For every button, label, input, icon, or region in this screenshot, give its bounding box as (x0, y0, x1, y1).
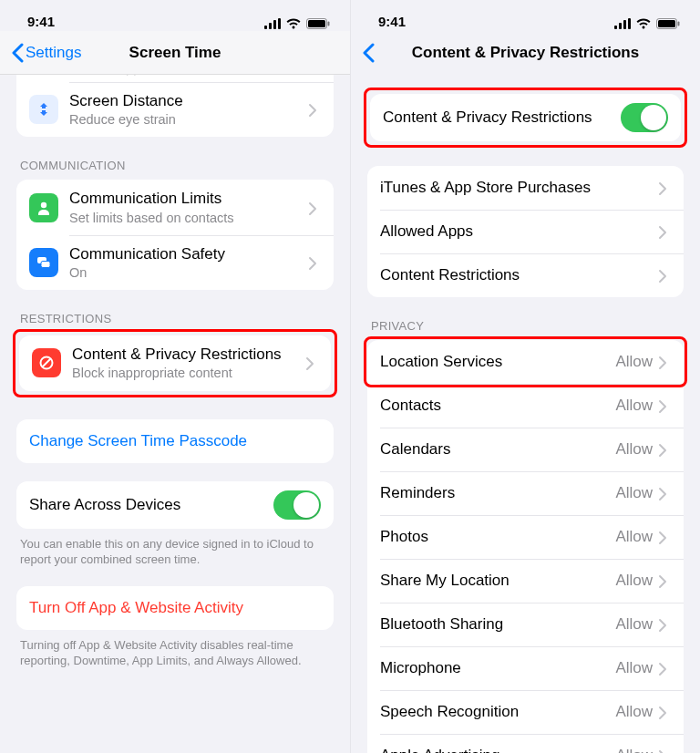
svg-rect-1 (269, 23, 272, 29)
chevron-right-icon (658, 487, 671, 500)
row-communication-limits[interactable]: Communication Limits Set limits based on… (16, 180, 334, 234)
svg-rect-5 (308, 20, 325, 27)
row-title: Speech Recognition (380, 702, 615, 721)
chevron-right-icon (658, 662, 671, 675)
section-header-privacy: PRIVACY (367, 319, 684, 340)
row-privacy-microphone[interactable]: MicrophoneAllow (367, 646, 684, 690)
chevron-right-icon (308, 103, 321, 116)
row-title: Reminders (380, 483, 615, 502)
row-privacy-photos[interactable]: PhotosAllow (367, 515, 684, 559)
row-privacy-apple-advertising[interactable]: Apple AdvertisingAllow (367, 734, 684, 753)
row-title: Microphone (380, 658, 615, 677)
chevron-right-icon (658, 356, 671, 368)
row-screen-distance[interactable]: Screen Distance Reduce eye strain (16, 82, 334, 137)
screen-distance-icon (29, 95, 58, 124)
row-sub: Block inappropriate content (72, 365, 305, 381)
no-entry-icon (32, 348, 61, 377)
status-clock: 9:41 (27, 14, 55, 29)
row-title: Calendars (380, 439, 615, 459)
row-value: Allow (615, 353, 653, 371)
group-distance: Choose apps to allow at all times Screen… (16, 75, 334, 137)
row-change-passcode[interactable]: Change Screen Time Passcode (16, 419, 334, 463)
svg-rect-14 (623, 20, 626, 29)
chevron-right-icon (658, 618, 671, 631)
row-cpr-toggle[interactable]: Content & Privacy Restrictions (370, 94, 681, 141)
screen-time-content: Choose apps to allow at all times Screen… (0, 75, 350, 753)
row-itunes-purchases[interactable]: iTunes & App Store Purchases (367, 166, 684, 210)
chevron-right-icon (658, 399, 671, 412)
svg-rect-12 (614, 26, 617, 29)
row-title: Contacts (380, 396, 615, 415)
row-title: Content & Privacy Restrictions (383, 108, 621, 127)
row-share-across-devices[interactable]: Share Across Devices (16, 481, 334, 529)
row-allowed-apps[interactable]: Allowed Apps (367, 210, 684, 253)
row-value: Allow (615, 659, 653, 677)
status-indicators (264, 18, 330, 29)
highlight-box-cpr: Content & Privacy Restrictions Block ina… (13, 329, 337, 397)
group-communication: COMMUNICATION Communication Limits Set l… (16, 159, 334, 290)
svg-rect-0 (264, 26, 267, 29)
row-value: Allow (615, 484, 653, 502)
battery-icon (656, 18, 680, 29)
row-title: Content & Privacy Restrictions (72, 345, 305, 364)
row-title: Content Restrictions (380, 265, 658, 284)
chevron-right-icon (658, 225, 671, 238)
row-sub: Reduce eye strain (69, 111, 308, 128)
row-content-privacy-restrictions[interactable]: Content & Privacy Restrictions Block ina… (19, 335, 331, 390)
battery-icon (306, 18, 330, 29)
row-privacy-bluetooth-sharing[interactable]: Bluetooth SharingAllow (367, 603, 684, 646)
chevron-right-icon (308, 256, 321, 269)
status-indicators (614, 18, 680, 29)
row-privacy-reminders[interactable]: RemindersAllow (367, 471, 684, 515)
row-privacy-speech-recognition[interactable]: Speech RecognitionAllow (367, 690, 684, 734)
row-sub: Set limits based on contacts (69, 210, 308, 226)
row-title: Screen Distance (69, 91, 308, 110)
row-value: Allow (615, 397, 653, 415)
cpr-toggle[interactable] (621, 103, 668, 132)
svg-rect-2 (273, 20, 276, 29)
cpr-screen: 9:41 Content & Privacy Restrictions (350, 0, 700, 753)
chevron-right-icon (308, 201, 321, 214)
svg-rect-3 (278, 18, 281, 29)
status-bar: 9:41 (0, 0, 350, 31)
section-header-communication: COMMUNICATION (16, 159, 334, 180)
row-value: Allow (615, 615, 653, 634)
row-title: Bluetooth Sharing (380, 614, 615, 634)
row-privacy-contacts[interactable]: ContactsAllow (367, 384, 684, 428)
row-title: Change Screen Time Passcode (29, 431, 321, 450)
svg-rect-18 (678, 22, 680, 26)
cpr-content: Content & Privacy Restrictions iTunes & … (351, 75, 700, 753)
row-turn-off-activity[interactable]: Turn Off App & Website Activity (16, 586, 334, 630)
group-store-apps: iTunes & App Store Purchases Allowed App… (367, 166, 684, 297)
row-privacy-calendars[interactable]: CalendarsAllow (367, 428, 684, 471)
svg-line-11 (43, 359, 51, 367)
row-cutoff-sub: Choose apps to allow at all times (69, 75, 321, 77)
chevron-right-icon (658, 706, 671, 718)
nav-bar: Content & Privacy Restrictions (351, 31, 700, 75)
cellular-icon (264, 18, 281, 29)
row-value: Allow (615, 572, 653, 590)
row-title: Share My Location (380, 571, 615, 590)
chevron-right-icon (658, 181, 671, 194)
chevron-right-icon (658, 749, 671, 753)
row-title: Turn Off App & Website Activity (29, 598, 321, 617)
svg-rect-9 (41, 261, 50, 267)
status-clock: 9:41 (378, 14, 406, 29)
svg-rect-17 (658, 20, 675, 27)
row-privacy-location-services[interactable]: Location ServicesAllow (367, 340, 684, 384)
row-value: Allow (615, 528, 653, 546)
row-communication-safety[interactable]: Communication Safety On (16, 235, 334, 290)
svg-rect-6 (328, 22, 330, 26)
svg-rect-15 (628, 18, 631, 29)
row-cutoff: Choose apps to allow at all times (16, 75, 334, 82)
row-content-restrictions[interactable]: Content Restrictions (367, 253, 684, 297)
cellular-icon (614, 18, 631, 29)
share-toggle[interactable] (273, 490, 321, 520)
row-title: iTunes & App Store Purchases (380, 178, 658, 197)
row-value: Allow (615, 703, 653, 721)
row-privacy-share-my-location[interactable]: Share My LocationAllow (367, 559, 684, 603)
row-value: Allow (615, 440, 653, 459)
person-icon (29, 193, 58, 222)
group-passcode: Change Screen Time Passcode (16, 419, 334, 463)
status-bar: 9:41 (351, 0, 700, 31)
